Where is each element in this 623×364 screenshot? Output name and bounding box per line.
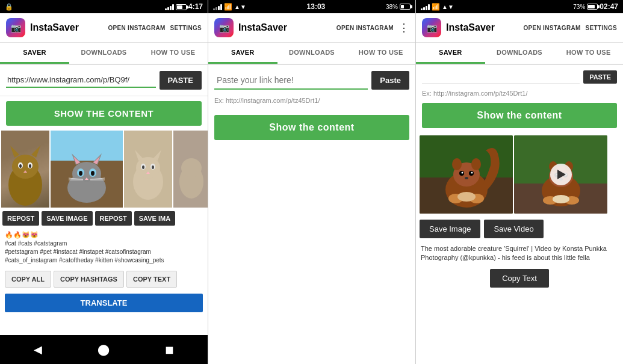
home-nav-icon[interactable]: ⬤ bbox=[98, 343, 110, 356]
paste-btn-3[interactable]: PASTE bbox=[583, 70, 617, 84]
example-text-2: Ex: http://instagram.com/p/tz45Drt1/ bbox=[208, 96, 415, 105]
battery-text-2: 38% bbox=[386, 4, 398, 10]
tabs-2: SAVER DOWNLOADS HOW TO USE bbox=[208, 43, 415, 65]
save-image-btn-1[interactable]: SAVE IMAGE bbox=[42, 211, 92, 226]
save-image-btn-3[interactable]: Save Image bbox=[420, 220, 480, 238]
status-right-3: 73% 02:47 bbox=[573, 2, 618, 11]
settings-btn-3[interactable]: SETTINGS bbox=[586, 25, 617, 31]
description-text: The most adorable creature 'Squirrel' | … bbox=[416, 242, 623, 265]
svg-point-28 bbox=[136, 157, 160, 179]
tab-downloads-1[interactable]: DOWNLOADS bbox=[69, 43, 138, 64]
save-image-btn-2[interactable]: SAVE IMA bbox=[134, 211, 175, 226]
cat-image-2 bbox=[51, 131, 123, 208]
url-input-1[interactable] bbox=[6, 73, 156, 88]
url-input-3[interactable] bbox=[422, 70, 580, 84]
settings-btn-1[interactable]: SETTINGS bbox=[170, 25, 202, 31]
open-instagram-btn-3[interactable]: OPEN INSTAGRAM bbox=[523, 25, 580, 31]
battery-icon bbox=[176, 3, 187, 10]
header-actions-2: OPEN INSTAGRAM ⋮ bbox=[336, 21, 409, 34]
tab-downloads-2[interactable]: DOWNLOADS bbox=[277, 43, 347, 64]
paste-btn-1[interactable]: PASTE bbox=[160, 71, 202, 90]
app-title-3: InstaSaver bbox=[446, 22, 523, 33]
battery-text-3: 73% bbox=[573, 4, 585, 10]
action-buttons-row: REPOST SAVE IMAGE REPOST SAVE IMA bbox=[0, 209, 208, 228]
app-header-1: 📷 InstaSaver OPEN INSTAGRAM SETTINGS bbox=[0, 13, 208, 43]
copy-hashtags-btn[interactable]: COPY HASHTAGS bbox=[54, 271, 124, 288]
show-content-btn-2[interactable]: Show the content bbox=[214, 115, 409, 140]
status-bar-1: 🔒 4:17 bbox=[0, 0, 208, 13]
svg-point-44 bbox=[471, 158, 481, 170]
screen-content-3: PASTE Ex: http://instagram.com/p/tz45Drt… bbox=[416, 65, 623, 364]
svg-point-49 bbox=[465, 177, 468, 179]
svg-point-47 bbox=[462, 172, 463, 174]
svg-point-19 bbox=[79, 171, 82, 176]
svg-point-20 bbox=[91, 171, 95, 176]
svg-rect-9 bbox=[51, 131, 123, 161]
tab-downloads-3[interactable]: DOWNLOADS bbox=[485, 43, 554, 64]
lock-icon: 🔒 bbox=[5, 3, 13, 11]
svg-point-6 bbox=[19, 164, 22, 168]
back-nav-icon[interactable]: ◀ bbox=[34, 343, 42, 356]
cat-image-4 bbox=[173, 131, 208, 208]
time-display: 4:17 bbox=[188, 2, 203, 11]
show-content-btn-3[interactable]: Show the content bbox=[422, 103, 617, 128]
open-instagram-btn-1[interactable]: OPEN INSTAGRAM bbox=[108, 25, 165, 31]
tab-how-to-use-1[interactable]: HOW TO USE bbox=[138, 43, 208, 64]
play-button[interactable] bbox=[550, 164, 572, 185]
hashtag-line-1: #cat #cats #catstagram bbox=[5, 239, 203, 248]
screen-content-2: Paste Ex: http://instagram.com/p/tz45Drt… bbox=[208, 65, 415, 364]
app-header-2: 📷 InstaSaver OPEN INSTAGRAM ⋮ bbox=[208, 13, 415, 43]
open-instagram-btn-2[interactable]: OPEN INSTAGRAM bbox=[336, 25, 394, 31]
app-title-2: InstaSaver bbox=[238, 22, 336, 33]
copy-text-btn-1[interactable]: COPY TEXT bbox=[126, 271, 177, 288]
signal-icon bbox=[165, 3, 174, 10]
app-logo-3: 📷 bbox=[422, 18, 441, 37]
network-icon-2: ▲▼ bbox=[234, 4, 246, 10]
paste-btn-2[interactable]: Paste bbox=[371, 71, 409, 90]
status-left-3: 📶 ▲▼ bbox=[421, 3, 454, 11]
tabs-1: SAVER DOWNLOADS HOW TO USE bbox=[0, 43, 208, 65]
tab-saver-3[interactable]: SAVER bbox=[416, 43, 485, 64]
nav-bar-1: ◀ ⬤ ◼ bbox=[0, 335, 208, 364]
recent-nav-icon[interactable]: ◼ bbox=[165, 343, 174, 356]
svg-point-48 bbox=[471, 172, 473, 174]
url-input-2[interactable] bbox=[214, 72, 368, 90]
screen-content-1: PASTE SHOW THE CONTENT bbox=[0, 65, 208, 335]
hashtag-area: 🔥🔥😻😻 #cat #cats #catstagram #petstagram … bbox=[0, 228, 208, 267]
save-media-buttons: Save Image Save Video bbox=[416, 216, 623, 242]
wifi-icon-2: 📶 bbox=[224, 3, 232, 11]
translate-btn[interactable]: TRANSLATE bbox=[5, 294, 203, 312]
svg-marker-2 bbox=[10, 146, 19, 158]
save-video-btn[interactable]: Save Video bbox=[484, 220, 543, 238]
repost-btn-2[interactable]: REPOST bbox=[95, 211, 132, 226]
svg-point-1 bbox=[12, 155, 39, 179]
tab-saver-2[interactable]: SAVER bbox=[208, 43, 277, 64]
status-bar-2: 📶 ▲▼ 13:03 38% bbox=[208, 0, 415, 13]
squirrel-image-2 bbox=[514, 135, 607, 214]
status-bar-3: 📶 ▲▼ 73% 02:47 bbox=[416, 0, 623, 13]
more-options-icon[interactable]: ⋮ bbox=[398, 21, 409, 34]
example-text-3: Ex: http://instagram.com/p/tz45Drt1/ bbox=[416, 88, 623, 98]
repost-btn-1[interactable]: REPOST bbox=[2, 211, 39, 226]
tab-saver-1[interactable]: SAVER bbox=[0, 43, 69, 64]
svg-point-52 bbox=[457, 192, 476, 202]
network-icon-3: ▲▼ bbox=[442, 4, 454, 10]
copy-text-btn-3[interactable]: Copy Text bbox=[490, 269, 549, 288]
header-actions-3: OPEN INSTAGRAM SETTINGS bbox=[523, 25, 617, 31]
app-logo-1: 📷 bbox=[6, 18, 25, 37]
copy-all-btn[interactable]: COPY ALL bbox=[5, 271, 51, 288]
tab-how-to-use-3[interactable]: HOW TO USE bbox=[554, 43, 623, 64]
svg-point-66 bbox=[553, 195, 569, 203]
svg-point-12 bbox=[72, 162, 101, 186]
wifi-icon-3: 📶 bbox=[432, 3, 440, 11]
svg-point-38 bbox=[181, 158, 202, 177]
header-actions-1: OPEN INSTAGRAM SETTINGS bbox=[108, 25, 202, 31]
status-right-2: 38% bbox=[386, 4, 411, 10]
tab-how-to-use-2[interactable]: HOW TO USE bbox=[346, 43, 415, 64]
bottom-actions-1: COPY ALL COPY HASHTAGS COPY TEXT bbox=[0, 267, 208, 291]
signal-icon-2 bbox=[213, 3, 222, 10]
app-header-3: 📷 InstaSaver OPEN INSTAGRAM SETTINGS bbox=[416, 13, 623, 43]
app-logo-2: 📷 bbox=[214, 18, 234, 37]
show-content-btn-1[interactable]: SHOW THE CONTENT bbox=[6, 101, 202, 126]
input-area-1: PASTE bbox=[0, 65, 208, 96]
